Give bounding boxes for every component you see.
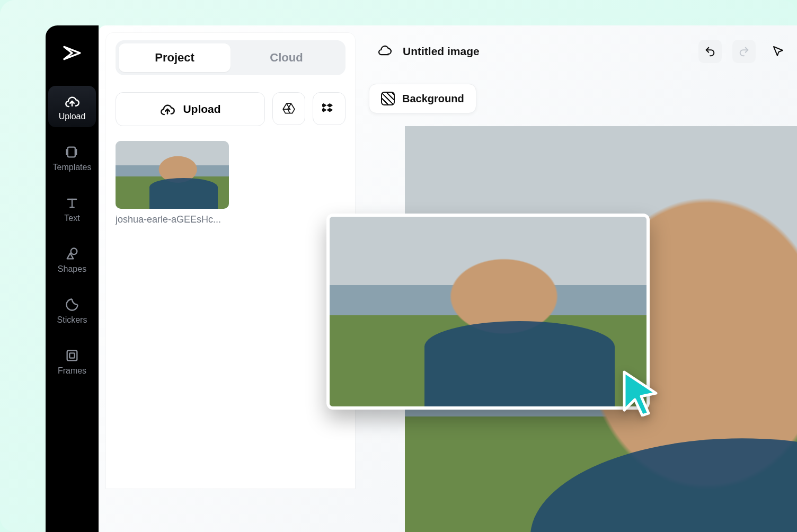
sidebar-item-label: Text [64, 214, 79, 223]
top-bar: Untitled image [364, 33, 797, 70]
templates-icon [64, 144, 80, 160]
sidebar-item-upload[interactable]: Upload [48, 86, 96, 127]
google-drive-button[interactable] [272, 92, 305, 125]
upload-row: Upload [116, 92, 346, 126]
cloud-upload-icon [64, 93, 80, 109]
dropbox-icon [322, 102, 336, 116]
sidebar-item-label: Upload [59, 112, 86, 121]
assets-panel: Project Cloud Upload [106, 33, 355, 489]
capcut-logo-icon [61, 42, 83, 64]
asset-filename: joshua-earle-aGEEsHc... [116, 214, 229, 225]
background-button[interactable]: Background [369, 84, 476, 113]
svg-rect-3 [69, 353, 74, 358]
cloud-upload-icon [160, 101, 175, 117]
upload-button[interactable]: Upload [116, 92, 265, 126]
background-label: Background [402, 93, 464, 105]
asset-card[interactable]: joshua-earle-aGEEsHc... [116, 141, 229, 225]
tab-project[interactable]: Project [119, 43, 231, 72]
sidebar-item-text[interactable]: Text [48, 188, 96, 229]
cloud-sync-icon[interactable] [377, 43, 392, 60]
app-logo[interactable] [58, 39, 86, 67]
svg-point-1 [71, 249, 77, 255]
sidebar-item-label: Frames [58, 367, 86, 375]
sidebar-item-frames[interactable]: Frames [48, 340, 96, 382]
shapes-icon [64, 246, 80, 262]
transparency-pattern-icon [381, 92, 395, 105]
google-drive-icon [282, 102, 296, 116]
panel-tabs: Project Cloud [116, 40, 346, 75]
svg-rect-2 [67, 351, 77, 361]
main-area: Untitled image Background [99, 25, 797, 532]
upload-button-label: Upload [183, 103, 220, 116]
sidebar-item-label: Stickers [57, 316, 87, 324]
sidebar-item-templates[interactable]: Templates [48, 137, 96, 178]
text-icon [64, 195, 80, 211]
drag-preview [326, 214, 650, 410]
cursor-tool-button[interactable] [766, 40, 790, 63]
asset-grid: joshua-earle-aGEEsHc... [116, 141, 346, 225]
sidebar-item-label: Templates [53, 163, 92, 172]
tab-cloud[interactable]: Cloud [231, 43, 342, 72]
dropbox-button[interactable] [313, 92, 346, 125]
sidebar-item-shapes[interactable]: Shapes [48, 238, 96, 280]
stickers-icon [64, 297, 80, 313]
undo-button[interactable] [698, 40, 722, 63]
undo-icon [704, 46, 716, 57]
frames-icon [64, 348, 80, 363]
cursor-icon [772, 45, 784, 58]
sidebar-item-stickers[interactable]: Stickers [48, 289, 96, 331]
document-title[interactable]: Untitled image [403, 45, 480, 58]
left-sidebar: Upload Templates Text Shapes Stickers [46, 25, 99, 532]
app-stage: Upload Templates Text Shapes Stickers [0, 0, 797, 532]
redo-icon [738, 46, 750, 57]
redo-button[interactable] [732, 40, 756, 63]
asset-thumbnail[interactable] [116, 141, 229, 209]
sidebar-item-label: Shapes [58, 265, 86, 273]
svg-rect-0 [68, 147, 75, 157]
